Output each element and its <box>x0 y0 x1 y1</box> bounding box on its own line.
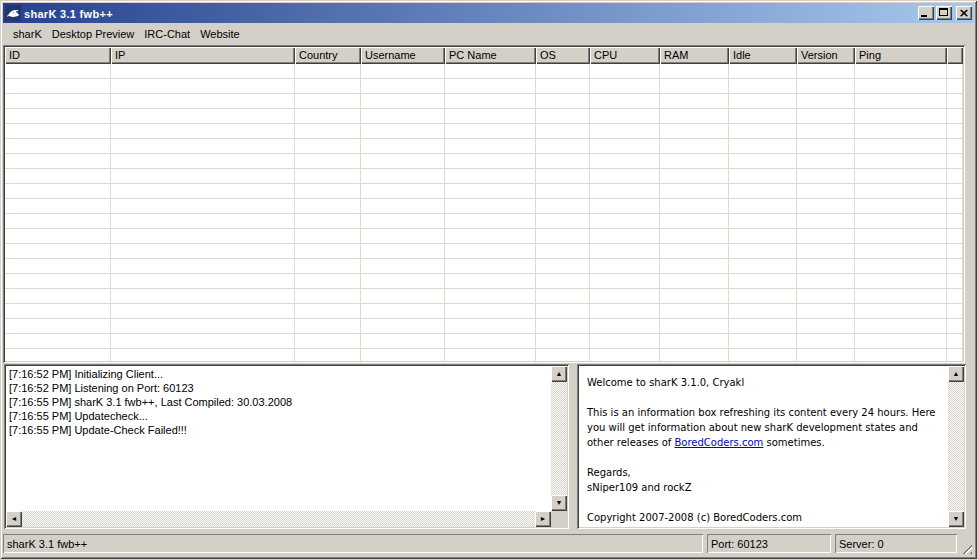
menu-item-irc-chat[interactable]: IRC-Chat <box>139 26 195 43</box>
table-cell <box>797 274 855 289</box>
column-header-id[interactable]: ID <box>5 47 111 64</box>
column-header-label: Version <box>801 49 838 61</box>
table-cell <box>445 169 536 184</box>
table-cell <box>361 214 445 229</box>
scroll-track[interactable] <box>948 382 964 511</box>
scroll-track[interactable] <box>22 511 535 527</box>
info-vertical-scrollbar: ▲ ▼ <box>948 366 964 527</box>
table-cell <box>729 244 797 259</box>
table-cell <box>5 289 111 304</box>
column-header-username[interactable]: Username <box>361 47 445 64</box>
table-cell <box>855 229 947 244</box>
table-cell <box>5 79 111 94</box>
column-header-pc-name[interactable]: PC Name <box>445 47 536 64</box>
table-cell <box>797 304 855 319</box>
scroll-left-icon: ◄ <box>11 515 18 522</box>
table-cell <box>361 229 445 244</box>
client-listview[interactable]: IDIPCountryUsernamePC NameOSCPURAMIdleVe… <box>3 45 965 363</box>
table-cell <box>660 319 729 334</box>
table-cell <box>111 349 295 361</box>
table-cell <box>5 319 111 334</box>
table-cell <box>361 124 445 139</box>
table-cell <box>111 289 295 304</box>
table-cell <box>361 94 445 109</box>
table-cell <box>295 154 361 169</box>
scroll-left-button[interactable]: ◄ <box>6 511 22 527</box>
table-cell <box>729 229 797 244</box>
table-cell <box>445 229 536 244</box>
table-cell <box>536 94 590 109</box>
table-cell <box>947 319 963 334</box>
table-cell <box>536 109 590 124</box>
column-header-version[interactable]: Version <box>797 47 855 64</box>
table-cell <box>855 349 947 361</box>
scroll-right-button[interactable]: ► <box>535 511 551 527</box>
table-cell <box>295 124 361 139</box>
table-cell <box>729 334 797 349</box>
table-cell <box>855 79 947 94</box>
shark-app-icon[interactable] <box>5 5 21 21</box>
table-cell <box>729 94 797 109</box>
table-cell <box>536 154 590 169</box>
table-cell <box>361 319 445 334</box>
menu-item-desktop-preview[interactable]: Desktop Preview <box>47 26 140 43</box>
resize-grip[interactable] <box>961 541 972 554</box>
scroll-up-icon: ▲ <box>556 370 563 377</box>
scroll-up-button[interactable]: ▲ <box>551 366 567 382</box>
log-content[interactable]: [7:16:52 PM] Initializing Client...[7:16… <box>6 366 551 511</box>
table-cell <box>361 199 445 214</box>
column-header-label: CPU <box>594 49 617 61</box>
table-cell <box>797 184 855 199</box>
menu-item-website[interactable]: Website <box>195 26 245 43</box>
table-cell <box>855 214 947 229</box>
table-cell <box>729 199 797 214</box>
close-icon: × <box>956 6 972 20</box>
table-cell <box>536 229 590 244</box>
column-header-ip[interactable]: IP <box>111 47 295 64</box>
app-window: sharK 3.1 fwb++ × sharKDesktop PreviewIR… <box>0 0 977 559</box>
column-header-ping[interactable]: Ping <box>855 47 947 64</box>
table-cell <box>536 124 590 139</box>
column-header-ram[interactable]: RAM <box>660 47 729 64</box>
listview-body[interactable] <box>5 64 963 361</box>
table-cell <box>947 289 963 304</box>
table-cell <box>797 229 855 244</box>
table-cell <box>729 349 797 361</box>
scroll-down-icon: ▼ <box>556 499 563 506</box>
minimize-button[interactable] <box>918 6 934 20</box>
table-cell <box>5 259 111 274</box>
table-cell <box>590 199 660 214</box>
column-header-os[interactable]: OS <box>536 47 590 64</box>
minimize-icon <box>921 15 927 17</box>
table-cell <box>5 349 111 361</box>
table-cell <box>5 244 111 259</box>
table-cell <box>729 79 797 94</box>
table-row <box>5 244 963 259</box>
table-cell <box>660 109 729 124</box>
column-header-blank[interactable] <box>947 47 963 64</box>
column-header-country[interactable]: Country <box>295 47 361 64</box>
table-cell <box>660 94 729 109</box>
table-cell <box>536 184 590 199</box>
info-text: Copyright 2007-2008 (c) BoredCoders.com <box>587 512 802 523</box>
table-cell <box>660 349 729 361</box>
menu-item-shark[interactable]: sharK <box>8 26 47 43</box>
boredcoders-link[interactable]: BoredCoders.com <box>675 437 764 448</box>
table-cell <box>947 259 963 274</box>
table-row <box>5 289 963 304</box>
title-bar[interactable]: sharK 3.1 fwb++ × <box>3 3 974 23</box>
scroll-down-button[interactable]: ▼ <box>948 511 964 527</box>
scroll-track[interactable] <box>551 382 567 495</box>
table-cell <box>361 349 445 361</box>
column-header-idle[interactable]: Idle <box>729 47 797 64</box>
column-header-cpu[interactable]: CPU <box>590 47 660 64</box>
table-cell <box>445 184 536 199</box>
scroll-down-button[interactable]: ▼ <box>551 495 567 511</box>
close-button[interactable]: × <box>956 6 972 20</box>
table-cell <box>445 109 536 124</box>
maximize-button[interactable] <box>936 6 952 20</box>
table-cell <box>111 214 295 229</box>
table-cell <box>729 154 797 169</box>
table-cell <box>590 334 660 349</box>
scroll-up-button[interactable]: ▲ <box>948 366 964 382</box>
